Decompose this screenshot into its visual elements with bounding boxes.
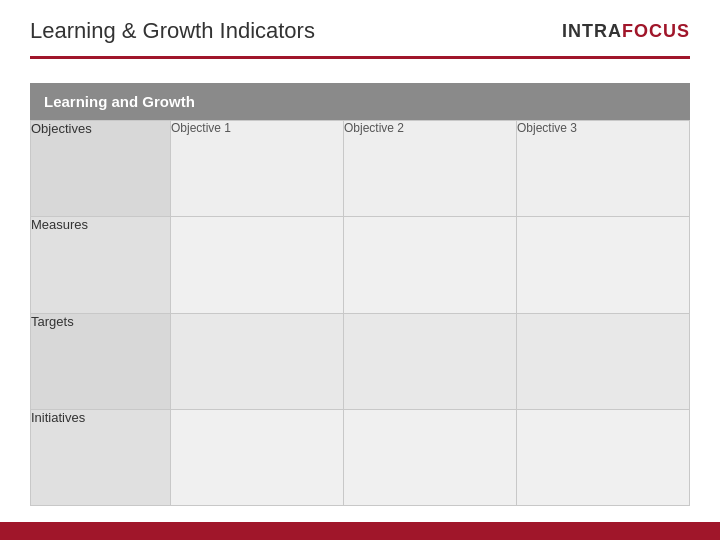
brand-intra: INTRA [562,21,622,41]
cell-targets-3 [517,313,690,409]
page-container: Learning & Growth Indicators INTRAFOCUS … [0,0,720,540]
page-title: Learning & Growth Indicators [30,18,315,44]
header: Learning & Growth Indicators INTRAFOCUS [0,0,720,56]
cell-targets-1 [171,313,344,409]
cell-measures-3 [517,217,690,313]
row-label-measures: Measures [31,217,171,313]
table-row: Initiatives [31,409,690,505]
cell-obj-1: Objective 1 [171,121,344,217]
row-label-targets: Targets [31,313,171,409]
table-row: Targets [31,313,690,409]
section-header: Learning and Growth [30,83,690,120]
cell-targets-2 [344,313,517,409]
row-label-objectives: Objectives [31,121,171,217]
table-row: Objectives Objective 1 Objective 2 Objec… [31,121,690,217]
cell-measures-1 [171,217,344,313]
cell-initiatives-2 [344,409,517,505]
row-label-initiatives: Initiatives [31,409,171,505]
table-row: Measures [31,217,690,313]
cell-initiatives-3 [517,409,690,505]
cell-measures-2 [344,217,517,313]
cell-obj-2: Objective 2 [344,121,517,217]
footer-bar [0,522,720,540]
cell-obj-3: Objective 3 [517,121,690,217]
main-content: Learning and Growth Objectives Objective… [0,59,720,522]
brand-focus: FOCUS [622,21,690,41]
brand-logo: INTRAFOCUS [562,21,690,42]
indicators-table: Objectives Objective 1 Objective 2 Objec… [30,120,690,506]
cell-initiatives-1 [171,409,344,505]
